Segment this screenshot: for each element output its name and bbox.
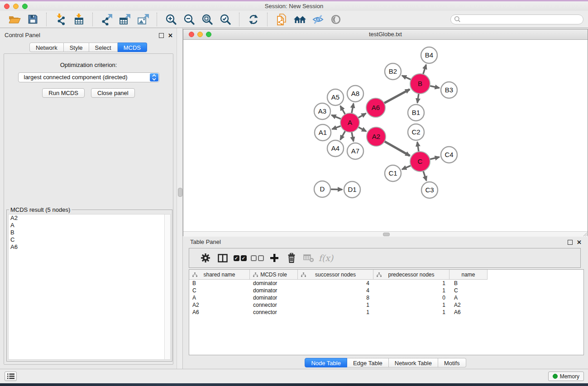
optimization-criterion-dropdown[interactable]: largest connected component (directed) (18, 72, 159, 82)
graph-edge-A-A5[interactable] (340, 106, 345, 115)
show-hidden-eye-icon[interactable] (327, 12, 345, 27)
table-row[interactable]: A6connector11A6 (189, 309, 583, 316)
new-network-from-selection-icon[interactable] (272, 12, 291, 27)
table-row[interactable]: A2connector11A2 (189, 301, 583, 309)
cell-mcds-role: dominator (250, 295, 298, 301)
graph-edge-C-C1[interactable] (402, 165, 411, 169)
cell-predecessor-nodes: 1 (373, 302, 449, 308)
save-session-icon[interactable] (24, 12, 42, 27)
add-column-plus-icon[interactable] (266, 253, 283, 262)
first-neighbors-houses-icon[interactable] (291, 12, 309, 27)
cell-mcds-role: dominator (250, 280, 298, 286)
memory-button[interactable]: Memory (548, 372, 584, 381)
column-header-shared-name[interactable]: shared name (189, 270, 250, 280)
column-header-successor-nodes[interactable]: successor nodes (298, 270, 373, 280)
export-table-icon[interactable] (116, 12, 134, 27)
zoom-in-icon[interactable] (162, 12, 180, 27)
tab-mcds[interactable]: MCDS (118, 43, 147, 52)
deselect-all-icon[interactable] (249, 255, 266, 261)
zoom-window-button[interactable] (22, 4, 28, 9)
cell-shared-name: B (189, 280, 250, 286)
cell-predecessor-nodes: 1 (373, 280, 449, 286)
cell-mcds-role: dominator (250, 287, 298, 294)
mcds-result-item[interactable]: A6 (9, 243, 170, 251)
close-panel-button[interactable]: Close panel (91, 88, 135, 98)
select-all-icon[interactable]: ✓✓ (231, 255, 249, 261)
horizontal-scroll-thumb[interactable] (383, 233, 390, 236)
graph-edge-A-A1[interactable] (332, 126, 342, 129)
table-row[interactable]: Cdominator41C (189, 287, 583, 294)
tab-node-table[interactable]: Node Table (305, 358, 347, 367)
graph-node-label: C1 (388, 169, 397, 177)
import-table-icon[interactable] (70, 12, 88, 27)
mcds-result-item[interactable]: A (9, 222, 170, 229)
graph-edge-C-C3[interactable] (423, 171, 426, 181)
graph-edge-A-A2[interactable] (358, 127, 366, 131)
graph-edge-B-B1[interactable] (417, 93, 419, 103)
tab-style[interactable]: Style (64, 43, 89, 52)
resize-grip-icon[interactable] (583, 232, 587, 236)
column-header-mcds-role[interactable]: MCDS role (250, 270, 298, 280)
close-window-button[interactable] (4, 4, 10, 9)
graph-edge-B-B4[interactable] (423, 65, 426, 75)
tab-select[interactable]: Select (89, 43, 118, 52)
close-table-panel-icon[interactable]: ✕ (577, 240, 582, 244)
toggle-column-icon[interactable] (214, 254, 231, 262)
graph-edge-A6-B[interactable] (384, 89, 410, 103)
float-table-panel-icon[interactable] (568, 240, 573, 245)
graph-edge-A-A3[interactable] (331, 115, 341, 119)
vertical-scroll-thumb[interactable] (178, 188, 182, 197)
zoom-fit-icon[interactable] (198, 12, 216, 27)
graph-edge-C-C2[interactable] (417, 142, 419, 152)
network-zoom-button[interactable] (206, 32, 211, 37)
task-history-button[interactable] (5, 372, 17, 381)
graph-edge-A-A8[interactable] (352, 104, 354, 114)
desktop-vertical-scrollbar[interactable] (177, 28, 183, 369)
function-builder-icon[interactable]: f(x) (317, 253, 335, 263)
graph-edge-C-C4[interactable] (429, 157, 439, 159)
tab-network[interactable]: Network (29, 43, 64, 52)
export-network-icon[interactable] (98, 12, 116, 27)
graph-edge-A2-C[interactable] (384, 141, 410, 156)
graph-edge-A-A4[interactable] (340, 130, 345, 139)
result-scrollbar[interactable] (164, 214, 170, 359)
float-panel-icon[interactable] (159, 33, 164, 38)
mcds-result-list[interactable]: A2ABCA6 (8, 214, 171, 360)
tab-edge-table[interactable]: Edge Table (347, 358, 389, 367)
table-row[interactable]: Adominator80A (189, 294, 583, 301)
tab-motifs[interactable]: Motifs (438, 358, 466, 367)
mcds-result-item[interactable]: B (9, 229, 170, 236)
table-settings-gear-icon[interactable] (197, 253, 214, 263)
close-panel-icon[interactable]: ✕ (168, 33, 173, 38)
zoom-out-icon[interactable] (180, 12, 198, 27)
zoom-selected-icon[interactable] (216, 12, 234, 27)
graph-node-label: A7 (351, 147, 359, 155)
graph-edge-A-A6[interactable] (358, 114, 366, 119)
table-row[interactable]: Bdominator41B (189, 280, 583, 287)
mcds-result-item[interactable]: C (9, 236, 170, 243)
graph-edge-A-A7[interactable] (352, 132, 354, 142)
run-mcds-button[interactable]: Run MCDS (42, 88, 85, 98)
minimize-window-button[interactable] (13, 4, 19, 9)
network-minimize-button[interactable] (197, 32, 203, 37)
network-close-button[interactable] (189, 32, 194, 37)
open-session-icon[interactable] (5, 12, 24, 27)
search-field[interactable] (450, 14, 583, 24)
mcds-result-item[interactable]: A2 (9, 214, 170, 222)
graph-edge-B-B2[interactable] (402, 76, 411, 80)
network-window-titlebar[interactable]: testGlobe.txt (183, 29, 588, 40)
delete-column-trash-icon[interactable] (283, 253, 300, 263)
column-header-name[interactable]: name (449, 270, 488, 280)
tab-network-table[interactable]: Network Table (389, 358, 438, 367)
delete-table-icon[interactable] (300, 253, 317, 262)
export-image-icon[interactable] (134, 12, 152, 27)
graph-node-label: B1 (412, 109, 420, 116)
graph-edge-B-B3[interactable] (430, 86, 440, 88)
import-network-icon[interactable] (52, 12, 70, 27)
column-header-predecessor-nodes[interactable]: predecessor nodes (373, 270, 449, 280)
search-input[interactable] (463, 15, 583, 24)
refresh-icon[interactable] (244, 12, 263, 27)
hide-selected-eye-icon[interactable] (309, 12, 327, 27)
cell-name: A6 (449, 309, 488, 315)
network-canvas[interactable]: AA6A2BCA5A8A3A1A4A7B2B4B3B1C2C4C1C3DD1 (183, 40, 588, 231)
